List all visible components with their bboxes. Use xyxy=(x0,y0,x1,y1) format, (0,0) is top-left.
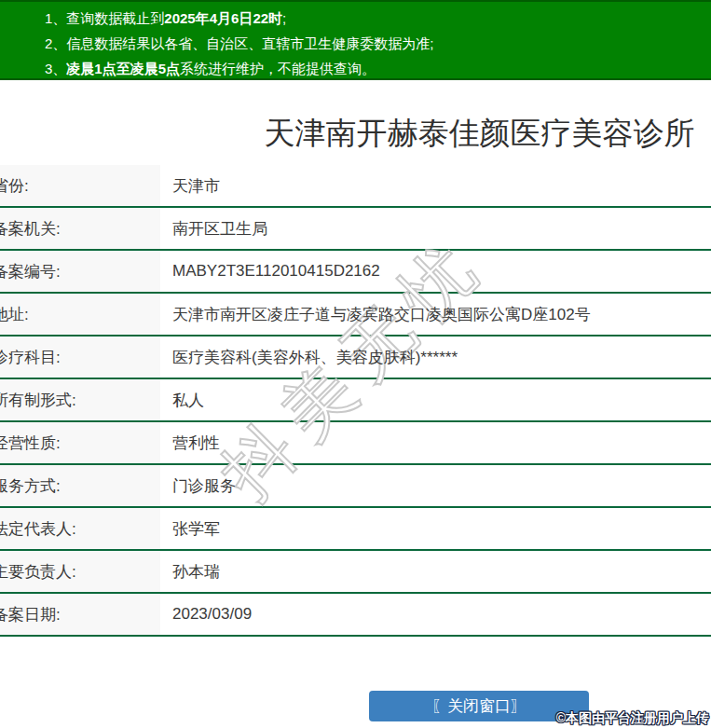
notice-line-number: 1、 xyxy=(45,10,66,26)
row-value: MABY2T3E112010415D2162 xyxy=(160,251,711,292)
table-row-filing-number: 备案编号: MABY2T3E112010415D2162 xyxy=(0,251,711,294)
detail-table: 省份: 天津市 备案机关: 南开区卫生局 备案编号: MABY2T3E11201… xyxy=(0,165,711,637)
notice-banner: 1、查询数据截止到2025年4月6日22时; 2、信息数据结果以各省、自治区、直… xyxy=(0,0,711,80)
row-value-text: 私人 xyxy=(172,390,204,411)
row-value: 天津市 xyxy=(160,165,711,206)
row-value-text: 天津市南开区凌庄子道与凌宾路交口凌奥国际公寓D座102号 xyxy=(172,304,591,325)
table-row-filing-date: 备案日期: 2023/03/09 xyxy=(0,594,711,637)
row-label-text: 诊疗科目: xyxy=(0,347,61,368)
row-label: 所有制形式: xyxy=(0,379,160,420)
row-value-text: 医疗美容科(美容外科、美容皮肤科)****** xyxy=(172,347,458,368)
table-row-address: 地址: 天津市南开区凌庄子道与凌宾路交口凌奥国际公寓D座102号 xyxy=(0,294,711,337)
notice-line-bold: 2025年4月6日22时 xyxy=(164,10,282,26)
row-value: 医疗美容科(美容外科、美容皮肤科)****** xyxy=(160,337,711,378)
row-value-text: 南开区卫生局 xyxy=(172,218,267,240)
row-value-text: 天津市 xyxy=(172,175,220,197)
table-row-person-in-charge: 主要负责人: 孙本瑞 xyxy=(0,551,711,594)
row-value: 南开区卫生局 xyxy=(160,208,711,249)
row-label-text: 服务方式: xyxy=(0,475,61,497)
table-row-filing-authority: 备案机关: 南开区卫生局 xyxy=(0,208,711,251)
table-row-legal-representative: 法定代表人: 张学军 xyxy=(0,508,711,551)
row-label-text: 地址: xyxy=(0,304,29,325)
row-label: 备案编号: xyxy=(0,251,160,292)
upload-watermark: ©本图由平台注册用户上传 xyxy=(556,710,709,727)
row-label: 备案日期: xyxy=(0,594,160,635)
row-value: 私人 xyxy=(160,379,711,420)
table-row-ownership: 所有制形式: 私人 xyxy=(0,379,711,422)
row-value: 2023/03/09 xyxy=(160,594,711,635)
row-label: 地址: xyxy=(0,294,160,335)
page: 1、查询数据截止到2025年4月6日22时; 2、信息数据结果以各省、自治区、直… xyxy=(0,0,711,728)
row-value-text: MABY2T3E112010415D2162 xyxy=(172,262,380,281)
row-label: 服务方式: xyxy=(0,465,160,506)
notice-line-number: 2、 xyxy=(45,35,66,51)
page-title: 天津南开赫泰佳颜医疗美容诊所 xyxy=(248,113,711,155)
row-label: 诊疗科目: xyxy=(0,337,160,378)
notice-line-text: 系统进行维护，不能提供查询。 xyxy=(180,61,376,76)
notice-line-text: 查询数据截止到 xyxy=(66,10,164,26)
row-value: 天津市南开区凌庄子道与凌宾路交口凌奥国际公寓D座102号 xyxy=(160,294,711,335)
row-label-text: 所有制形式: xyxy=(0,390,76,411)
row-label-text: 主要负责人: xyxy=(0,561,76,583)
notice-line-2: 2、信息数据结果以各省、自治区、直辖市卫生健康委数据为准; xyxy=(45,31,711,56)
row-label-text: 备案日期: xyxy=(0,604,61,625)
row-label: 主要负责人: xyxy=(0,551,160,592)
row-label: 备案机关: xyxy=(0,208,160,249)
row-label-text: 省份: xyxy=(0,175,29,197)
row-value-text: 门诊服务 xyxy=(172,475,236,497)
table-row-business-nature: 经营性质: 营利性 xyxy=(0,422,711,465)
row-label: 经营性质: xyxy=(0,422,160,463)
row-label-text: 备案编号: xyxy=(0,261,61,282)
row-label-text: 经营性质: xyxy=(0,433,61,454)
row-value-text: 营利性 xyxy=(172,433,220,454)
row-label-text: 法定代表人: xyxy=(0,518,76,540)
row-label-text: 备案机关: xyxy=(0,218,61,240)
row-value-text: 张学军 xyxy=(172,518,220,540)
notice-line-text: ; xyxy=(282,10,286,26)
notice-line-1: 1、查询数据截止到2025年4月6日22时; xyxy=(45,6,711,31)
row-value: 孙本瑞 xyxy=(160,551,711,592)
row-label: 省份: xyxy=(0,165,160,206)
table-row-province: 省份: 天津市 xyxy=(0,165,711,208)
row-value: 门诊服务 xyxy=(160,465,711,506)
row-value-text: 孙本瑞 xyxy=(172,561,220,583)
notice-line-text: 信息数据结果以各省、自治区、直辖市卫生健康委数据为准; xyxy=(66,35,433,51)
row-value: 营利性 xyxy=(160,422,711,463)
table-row-service-mode: 服务方式: 门诊服务 xyxy=(0,465,711,508)
row-value: 张学军 xyxy=(160,508,711,549)
notice-line-number: 3、 xyxy=(45,61,66,76)
row-label: 法定代表人: xyxy=(0,508,160,549)
notice-line-3: 3、凌晨1点至凌晨5点系统进行维护，不能提供查询。 xyxy=(45,56,711,81)
notice-line-bold: 凌晨1点至凌晨5点 xyxy=(66,61,180,76)
row-value-text: 2023/03/09 xyxy=(172,605,252,624)
table-row-treatment-subjects: 诊疗科目: 医疗美容科(美容外科、美容皮肤科)****** xyxy=(0,337,711,379)
